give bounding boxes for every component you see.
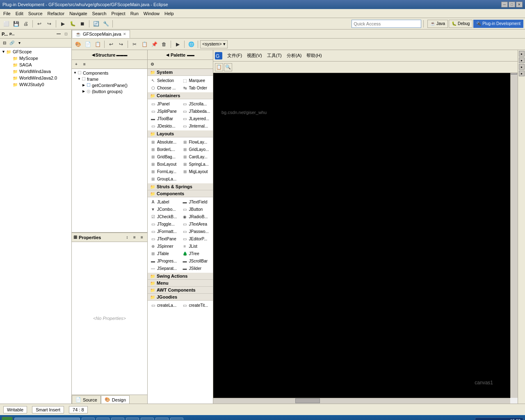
source-tab[interactable]: 📄 Source [72, 395, 101, 404]
palette-cat-containers[interactable]: 📁 Containers [148, 92, 213, 99]
palette-cat-system[interactable]: 📁 System [148, 69, 213, 76]
palette-item-jlabel[interactable]: AJLabel [148, 198, 180, 205]
globe-btn[interactable]: 🌐 [187, 40, 196, 49]
tree-item-saga[interactable]: 📁 SAGA [1, 62, 71, 68]
link-editor-btn[interactable]: 🔗 [8, 39, 16, 47]
start-button[interactable]: ⊞ [2, 417, 13, 420]
palette-item-jlist[interactable]: ≡JList [180, 242, 212, 250]
palette-item-jcheckbox[interactable]: ☑JCheckB... [148, 213, 180, 220]
system-selector[interactable]: <system> ▾ [200, 40, 228, 48]
palette-item-choose[interactable]: ⬡ Choose ... [148, 84, 180, 91]
menu-source[interactable]: Source [26, 10, 45, 17]
stop-button[interactable]: ⏹ [78, 19, 87, 28]
save-button[interactable]: 💾 [11, 19, 21, 28]
menu-edit[interactable]: Edit [13, 10, 26, 17]
structure-toolbar-btn2[interactable]: ≡ [81, 61, 88, 68]
quick-access-input[interactable] [354, 21, 419, 26]
right-panel-btn1[interactable]: ▸ [519, 51, 525, 57]
app-menu-help[interactable]: 帮助(H) [304, 52, 324, 59]
print-button[interactable]: 🖨 [21, 19, 30, 28]
design-source-btn2[interactable]: 📋 [93, 40, 102, 49]
palette-item-taborder[interactable]: ↹ Tab Order [180, 84, 212, 91]
palette-item-jlayered[interactable]: ▭JLayered... [180, 115, 212, 122]
undo-button[interactable]: ↩ [35, 19, 44, 28]
app-toolbar-btn1[interactable]: 📋 [215, 63, 223, 71]
taskbar-btn-settings[interactable]: ⚙ [141, 418, 154, 420]
design-scrollbar-v[interactable] [510, 50, 518, 398]
palette-item-jscrollbar[interactable]: ▬JScrollBar [180, 257, 212, 265]
debug-button[interactable]: 🐛 [68, 19, 77, 28]
structure-item-components[interactable]: ▼ ☐ Components [73, 70, 146, 76]
palette-item-createla[interactable]: ▭createLa... [148, 301, 180, 309]
app-menu-file[interactable]: 文件(F) [225, 52, 244, 59]
menu-navigate[interactable]: Navigate [67, 10, 89, 17]
palette-cat-layouts[interactable]: 📁 Layouts [148, 130, 213, 137]
app-menu-view[interactable]: 视图(V) [244, 52, 265, 59]
palette-cat-swingactions[interactable]: 📁 Swing Actions [148, 273, 213, 280]
menu-search[interactable]: Search [90, 10, 109, 17]
paste-btn[interactable]: 📌 [150, 40, 159, 49]
copy-btn[interactable]: 📋 [140, 40, 149, 49]
palette-item-jcombo[interactable]: ▼JCombo... [148, 205, 180, 213]
palette-item-gridlayout[interactable]: ⊞GridLayo... [180, 146, 212, 153]
design-source-btn1[interactable]: 📄 [83, 40, 92, 49]
palette-cat-awt[interactable]: 📁 AWT Components [148, 287, 213, 294]
right-panel-btn4[interactable]: ▸ [519, 71, 525, 76]
palette-item-jdesktop[interactable]: ▭JDeskto... [148, 122, 180, 130]
plugin-perspective-btn[interactable]: 🔌 Plug-in Development [473, 20, 523, 28]
structure-item-frame[interactable]: ▼ ☐ frame [73, 76, 146, 82]
quick-access-box[interactable] [352, 20, 421, 28]
collapse-all-btn[interactable]: ⊟ [1, 39, 8, 47]
palette-item-jspinner[interactable]: ⊕JSpinner [148, 242, 180, 250]
palette-item-jslider[interactable]: ▬JSlider [180, 265, 212, 272]
taskbar-btn-ie[interactable]: 🌐 [111, 418, 124, 420]
palette-item-grouplayout[interactable]: ⊞GroupLa... [148, 175, 212, 183]
palette-item-jpassword[interactable]: ▭JPasswo... [180, 228, 212, 235]
panel-minimize-btn[interactable]: — [55, 30, 62, 38]
app-menu-tools[interactable]: 工具(T) [265, 52, 284, 59]
test-btn[interactable]: ▶ [173, 40, 182, 49]
app-menu-analysis[interactable]: 分析(A) [284, 52, 304, 59]
menu-help[interactable]: Help [162, 10, 176, 17]
palette-item-jtextarea[interactable]: ▭JTextArea [180, 220, 212, 228]
palette-item-createtit[interactable]: ▭createTit... [180, 301, 212, 309]
undo-design-btn[interactable]: ↩ [107, 40, 116, 49]
palette-item-selection[interactable]: ↖ Selection [148, 77, 180, 84]
palette-item-jscrollpa[interactable]: ▭JScrolla... [180, 100, 212, 107]
properties-btn1[interactable]: ↕ [123, 234, 131, 241]
palette-item-jinternal[interactable]: ▭JInternal... [180, 122, 212, 130]
taskbar-btn-play[interactable]: ▶ [96, 418, 110, 420]
design-content[interactable]: G 文件(F) 视图(V) 工具(T) 分析(A) 帮助(H) 📋 🔍 [213, 50, 518, 404]
build-button[interactable]: 🔧 [101, 19, 110, 28]
palette-item-flowlayout[interactable]: ⊞FlowLay... [180, 138, 212, 146]
taskbar-eclipse[interactable]: 🔌 Plug-in Development - Eclipse [14, 418, 80, 420]
palette-item-jtoolbar[interactable]: ▬JToolBar [148, 115, 180, 122]
palette-cat-menu[interactable]: 📁 Menu [148, 280, 213, 287]
taskbar-btn-file[interactable]: 📁 [82, 418, 95, 420]
right-panel-btn3[interactable]: ▸ [519, 64, 525, 70]
palette-item-jtextfield[interactable]: ▬JTextField [180, 198, 212, 205]
tree-item-wwj[interactable]: 📁 WorldWindJava [1, 68, 71, 75]
editor-tab-gfscope[interactable]: ☕ GFScopeMain.java ✕ [72, 30, 130, 38]
close-button[interactable]: ✕ [516, 2, 523, 7]
palette-item-gridbaglayout[interactable]: ⊞GridBag... [148, 153, 180, 160]
app-toolbar-btn2[interactable]: 🔍 [224, 63, 232, 71]
palette-toggle-btn[interactable]: 🎨 [73, 40, 82, 49]
structure-toolbar-btn1[interactable]: + [73, 61, 80, 68]
maximize-button[interactable]: □ [509, 2, 515, 7]
palette-item-formlayout[interactable]: ⊞FormLay... [148, 168, 180, 175]
palette-item-absolute[interactable]: ⊞Absolute... [148, 138, 180, 146]
debug-perspective-btn[interactable]: 🐛 Debug [449, 20, 472, 28]
palette-item-jprogress[interactable]: ▬JProgres... [148, 257, 180, 265]
structure-item-contentpane[interactable]: ▶ ☐ getContentPane() [73, 82, 146, 88]
palette-item-jtable[interactable]: ⊞JTable [148, 250, 180, 257]
menu-project[interactable]: Project [109, 10, 128, 17]
taskbar-btn-msg[interactable]: 💬 [170, 418, 183, 420]
redo-button[interactable]: ↪ [45, 19, 54, 28]
run-button[interactable]: ▶ [58, 19, 67, 28]
palette-settings-btn[interactable]: ⚙ [148, 61, 156, 68]
menu-file[interactable]: File [1, 10, 13, 17]
h-scrollbar-thumb[interactable] [295, 398, 320, 403]
palette-item-jtabbedp[interactable]: ▭JTabbeda... [180, 107, 212, 115]
menu-refactor[interactable]: Refactor [45, 10, 67, 17]
